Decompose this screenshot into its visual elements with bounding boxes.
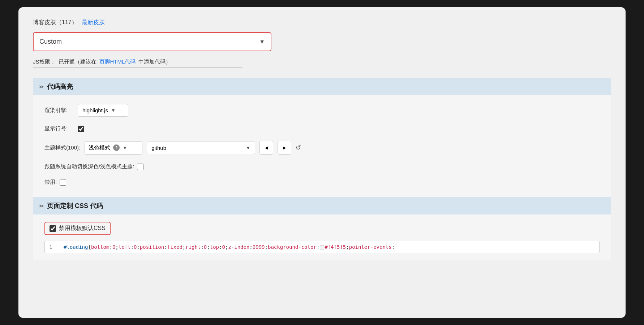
css-section-header[interactable]: ≫ 页面定制 CSS 代码	[33, 197, 611, 214]
css-code-editor[interactable]: 1 #loading{bottom:0;left:0;position:fixe…	[44, 241, 600, 253]
js-permission-status: 已开通（建议在	[59, 58, 96, 65]
disable-row: 禁用:	[44, 179, 600, 186]
disable-template-box[interactable]: 禁用模板默认CSS	[44, 222, 111, 235]
theme-name-select[interactable]: github ▼	[147, 142, 255, 154]
code-prop-bottom: bottom	[91, 244, 110, 250]
skin-dropdown[interactable]: Custom ▼	[33, 32, 271, 51]
reset-icon: ↺	[296, 144, 301, 151]
auto-switch-label: 跟随系统自动切换深色/浅色模式主题:	[44, 163, 134, 170]
css-collapse-icon: ≫	[39, 203, 44, 209]
theme-style-row: 主题样式(100): 浅色模式 ? ▼ github ▼ ◄ ► ↺	[44, 141, 600, 155]
show-line-numbers-checkbox[interactable]	[78, 126, 84, 132]
next-icon: ►	[282, 145, 287, 151]
skin-dropdown-label: Custom	[39, 38, 259, 46]
color-swatch[interactable]	[320, 245, 324, 250]
disable-checkbox[interactable]	[60, 179, 66, 186]
js-permission-row: JS权限： 已开通（建议在 页脚HTML代码 中添加代码）	[33, 58, 242, 68]
render-engine-row: 渲染引擎: highlight.js ▼	[44, 104, 600, 117]
render-engine-label: 渲染引擎:	[44, 107, 73, 114]
render-engine-value: highlight.js	[82, 107, 108, 113]
disable-template-checkbox[interactable]	[50, 225, 56, 232]
prev-theme-button[interactable]: ◄	[259, 141, 273, 155]
latest-skin-link[interactable]: 最新皮肤	[82, 19, 105, 26]
next-theme-button[interactable]: ►	[278, 141, 291, 155]
collapse-icon: ≫	[39, 84, 44, 90]
footer-html-link[interactable]: 页脚HTML代码	[99, 58, 136, 65]
auto-switch-checkbox[interactable]	[137, 164, 143, 170]
code-highlight-section-body: 渲染引擎: highlight.js ▼ 显示行号: 主题样式(100): 浅色…	[33, 95, 611, 197]
disable-template-label: 禁用模板默认CSS	[59, 225, 106, 232]
chevron-down-icon: ▼	[259, 39, 265, 45]
theme-mode-select[interactable]: 浅色模式 ? ▼	[85, 141, 142, 155]
show-line-numbers-row: 显示行号:	[44, 125, 600, 132]
disable-template-row: 禁用模板默认CSS	[44, 222, 600, 235]
theme-mode-value: 浅色模式	[89, 144, 110, 151]
disable-label: 禁用:	[44, 179, 57, 186]
code-brace-open: {	[88, 244, 91, 250]
header-title: 博客皮肤（117）	[33, 19, 77, 26]
line-number-1: 1	[49, 244, 56, 250]
theme-name-value: github	[151, 145, 166, 151]
header-row: 博客皮肤（117） 最新皮肤	[33, 19, 611, 26]
js-permission-suffix: 中添加代码）	[138, 58, 171, 65]
auto-switch-row: 跟随系统自动切换深色/浅色模式主题:	[44, 163, 600, 170]
render-engine-arrow-icon: ▼	[111, 108, 116, 113]
help-icon[interactable]: ?	[113, 144, 120, 151]
main-container: 博客皮肤（117） 最新皮肤 Custom ▼ JS权限： 已开通（建议在 页脚…	[18, 7, 626, 318]
js-permission-label: JS权限：	[33, 58, 56, 65]
reset-theme-button[interactable]: ↺	[296, 144, 301, 152]
render-engine-select[interactable]: highlight.js ▼	[78, 104, 128, 117]
code-highlight-title: 代码高亮	[47, 82, 73, 91]
theme-style-label: 主题样式(100):	[44, 144, 80, 151]
code-text-1: #loading{bottom:0;left:0;position:fixed;…	[64, 244, 395, 250]
theme-name-arrow-icon: ▼	[246, 145, 250, 151]
code-highlight-section-header[interactable]: ≫ 代码高亮	[33, 78, 611, 95]
prev-icon: ◄	[264, 145, 269, 151]
code-line-1: 1 #loading{bottom:0;left:0;position:fixe…	[45, 241, 599, 253]
show-line-numbers-label: 显示行号:	[44, 125, 73, 132]
theme-mode-arrow-icon: ▼	[123, 145, 127, 151]
css-section-title: 页面定制 CSS 代码	[47, 202, 103, 210]
code-selector: #loading	[64, 244, 88, 250]
css-section-body: 禁用模板默认CSS 1 #loading{bottom:0;left:0;pos…	[33, 214, 611, 260]
